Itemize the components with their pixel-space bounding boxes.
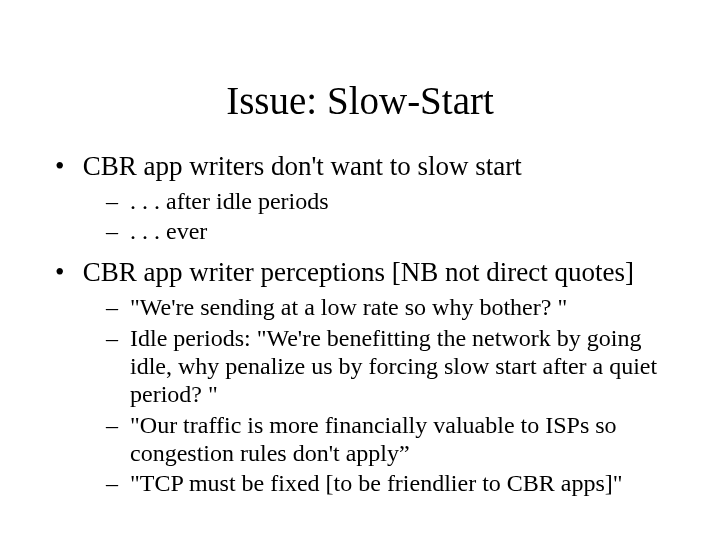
sub-bullet-text: "TCP must be fixed [to be friendlier to … xyxy=(130,470,623,496)
sub-bullet-text: . . . ever xyxy=(130,218,207,244)
sub-bullet-text: Idle periods: "We're benefitting the net… xyxy=(130,325,657,408)
sub-bullet-item: "TCP must be fixed [to be friendlier to … xyxy=(106,469,680,497)
sub-bullet-list: "We're sending at a low rate so why both… xyxy=(76,293,680,497)
sub-bullet-text: "Our traffic is more financially valuabl… xyxy=(130,412,617,466)
sub-bullet-item: "We're sending at a low rate so why both… xyxy=(106,293,680,321)
sub-bullet-item: . . . after idle periods xyxy=(106,187,680,215)
slide-body: CBR app writers don't want to slow start… xyxy=(0,151,720,498)
bullet-text: CBR app writers don't want to slow start xyxy=(83,151,522,181)
slide: Issue: Slow-Start CBR app writers don't … xyxy=(0,0,720,540)
slide-title: Issue: Slow-Start xyxy=(0,0,720,151)
sub-bullet-item: . . . ever xyxy=(106,217,680,245)
sub-bullet-item: Idle periods: "We're benefitting the net… xyxy=(106,324,680,409)
sub-bullet-item: "Our traffic is more financially valuabl… xyxy=(106,411,680,468)
bullet-text: CBR app writer perceptions [NB not direc… xyxy=(83,257,634,287)
bullet-item: CBR app writer perceptions [NB not direc… xyxy=(48,257,680,497)
sub-bullet-text: "We're sending at a low rate so why both… xyxy=(130,294,567,320)
bullet-item: CBR app writers don't want to slow start… xyxy=(48,151,680,245)
sub-bullet-text: . . . after idle periods xyxy=(130,188,329,214)
bullet-list: CBR app writers don't want to slow start… xyxy=(48,151,680,498)
sub-bullet-list: . . . after idle periods . . . ever xyxy=(76,187,680,246)
